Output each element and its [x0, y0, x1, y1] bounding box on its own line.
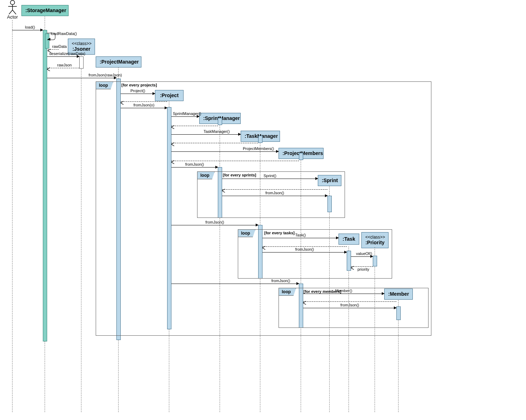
msg-task-mgr-return — [171, 143, 258, 143]
guard-tasks: [for every tasks] — [264, 231, 295, 235]
lifeline-actor — [12, 20, 12, 412]
loop-tab-members: loop — [279, 288, 296, 296]
svg-line-3 — [9, 10, 12, 14]
msg-from-json-member: fromJson() — [303, 308, 396, 308]
msg-value-of: valueOf() — [351, 256, 373, 257]
msg-from-json-task-mgr: fromJson() — [171, 225, 258, 225]
msg-project-return — [121, 101, 167, 102]
loop-tab-tasks: loop — [238, 229, 255, 237]
msg-proj-members-ctor: ProjectMembers() — [171, 151, 279, 152]
label-load-raw-data: loadRawData() — [51, 31, 77, 36]
actor-label: Actor — [4, 14, 21, 20]
loop-tab-sprints: loop — [197, 171, 215, 179]
actor-icon — [7, 0, 18, 14]
msg-proj-members-return — [171, 161, 299, 161]
msg-load-raw-data-arrow — [48, 39, 49, 40]
guard-sprints: [for every sprints] — [223, 173, 256, 177]
msg-task-return — [262, 246, 347, 247]
msg-member-ctor: Member() — [303, 294, 384, 294]
msg-from-json-o: fromJson(o) — [121, 108, 167, 108]
msg-member-return — [303, 301, 396, 302]
msg-sprint-mgr-return — [171, 126, 218, 126]
msg-from-json-sprint-mgr: fromJson() — [171, 167, 218, 168]
msg-from-json-task: fromJson() — [262, 252, 347, 252]
msg-deserialize: deserialize(rawData) — [47, 56, 79, 57]
activation-jsoner — [79, 56, 84, 69]
msg-from-json-raw-json: fromJson(rawJson) — [47, 78, 116, 78]
guard-projects: [for every projects] — [121, 83, 157, 87]
loop-tab-projects: loop — [96, 81, 113, 89]
msg-task-ctor: Task() — [262, 238, 339, 238]
svg-point-0 — [10, 0, 15, 5]
lifeline-head-storage-manager: :StorageManager — [21, 5, 69, 16]
msg-raw-json: rawJson — [47, 68, 79, 68]
msg-task-mgr-ctor: TaskManager() — [171, 134, 241, 135]
msg-load: load() — [12, 30, 43, 30]
activation-storage-manager — [43, 30, 47, 341]
lifeline-head-project-manager: :ProjectManager — [96, 56, 141, 68]
actor: Actor — [4, 0, 21, 20]
msg-from-json-members: fromJson() — [171, 284, 299, 284]
msg-priority-return: priority — [351, 266, 373, 267]
msg-sprint-mgr-ctor: SprintManager() — [171, 116, 199, 117]
msg-sprint-return — [222, 189, 327, 190]
svg-line-4 — [12, 10, 16, 14]
msg-project-ctor: Project() — [121, 94, 155, 94]
lifeline-jsoner — [81, 53, 81, 412]
msg-from-json-sprint: fromJson() — [222, 196, 327, 196]
msg-raw-data: rawData — [48, 49, 59, 50]
msg-sprint-ctor: Sprint() — [222, 179, 318, 179]
